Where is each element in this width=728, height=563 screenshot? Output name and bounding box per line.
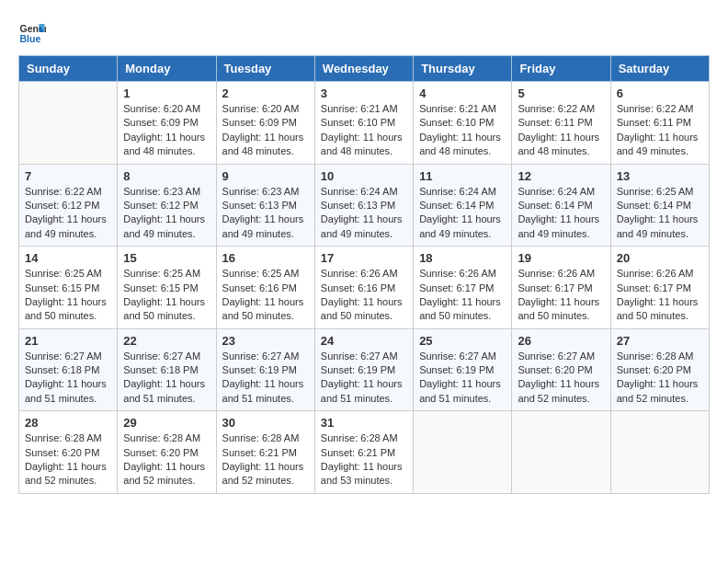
- day-info: Sunrise: 6:28 AMSunset: 6:20 PMDaylight:…: [617, 350, 703, 407]
- calendar-cell: 21 Sunrise: 6:27 AMSunset: 6:18 PMDaylig…: [19, 328, 118, 411]
- day-info: Sunrise: 6:28 AMSunset: 6:20 PMDaylight:…: [25, 431, 111, 488]
- calendar-header-row: SundayMondayTuesdayWednesdayThursdayFrid…: [19, 56, 710, 82]
- header-friday: Friday: [512, 56, 610, 82]
- day-number: 14: [25, 251, 111, 265]
- day-number: 22: [123, 334, 210, 348]
- day-number: 27: [617, 334, 703, 348]
- day-info: Sunrise: 6:25 AMSunset: 6:15 PMDaylight:…: [123, 267, 210, 324]
- calendar-cell: 8 Sunrise: 6:23 AMSunset: 6:12 PMDayligh…: [118, 164, 216, 247]
- calendar-cell: 11 Sunrise: 6:24 AMSunset: 6:14 PMDaylig…: [414, 164, 512, 247]
- day-info: Sunrise: 6:22 AMSunset: 6:11 PMDaylight:…: [617, 102, 703, 159]
- calendar-cell: [512, 411, 610, 494]
- day-info: Sunrise: 6:27 AMSunset: 6:19 PMDaylight:…: [321, 350, 407, 407]
- calendar-cell: 13 Sunrise: 6:25 AMSunset: 6:14 PMDaylig…: [610, 164, 709, 247]
- day-number: 19: [518, 251, 604, 265]
- day-info: Sunrise: 6:23 AMSunset: 6:12 PMDaylight:…: [123, 185, 210, 242]
- calendar-cell: 12 Sunrise: 6:24 AMSunset: 6:14 PMDaylig…: [512, 164, 610, 247]
- day-number: 30: [222, 416, 309, 430]
- day-number: 18: [419, 251, 506, 265]
- day-number: 28: [25, 416, 111, 430]
- day-number: 12: [518, 169, 604, 183]
- calendar-cell: 10 Sunrise: 6:24 AMSunset: 6:13 PMDaylig…: [314, 164, 413, 247]
- day-info: Sunrise: 6:28 AMSunset: 6:21 PMDaylight:…: [222, 431, 309, 488]
- calendar-cell: 29 Sunrise: 6:28 AMSunset: 6:20 PMDaylig…: [118, 411, 216, 494]
- calendar-cell: 19 Sunrise: 6:26 AMSunset: 6:17 PMDaylig…: [512, 247, 610, 329]
- calendar-cell: 5 Sunrise: 6:22 AMSunset: 6:11 PMDayligh…: [512, 82, 610, 165]
- calendar-week-row: 1 Sunrise: 6:20 AMSunset: 6:09 PMDayligh…: [19, 82, 710, 165]
- day-info: Sunrise: 6:25 AMSunset: 6:15 PMDaylight:…: [25, 267, 111, 324]
- day-number: 11: [419, 169, 506, 183]
- header-sunday: Sunday: [19, 56, 118, 82]
- calendar-cell: 28 Sunrise: 6:28 AMSunset: 6:20 PMDaylig…: [19, 411, 118, 494]
- calendar-cell: 22 Sunrise: 6:27 AMSunset: 6:18 PMDaylig…: [118, 328, 216, 411]
- calendar-cell: 18 Sunrise: 6:26 AMSunset: 6:17 PMDaylig…: [414, 247, 512, 329]
- calendar-cell: 1 Sunrise: 6:20 AMSunset: 6:09 PMDayligh…: [118, 82, 216, 165]
- calendar-cell: [414, 411, 512, 494]
- calendar-cell: 23 Sunrise: 6:27 AMSunset: 6:19 PMDaylig…: [216, 328, 314, 411]
- day-number: 5: [518, 86, 604, 100]
- header-thursday: Thursday: [414, 56, 512, 82]
- header-saturday: Saturday: [610, 56, 709, 82]
- day-number: 31: [321, 416, 407, 430]
- day-info: Sunrise: 6:21 AMSunset: 6:10 PMDaylight:…: [321, 102, 407, 159]
- day-info: Sunrise: 6:24 AMSunset: 6:13 PMDaylight:…: [321, 185, 407, 242]
- svg-text:Blue: Blue: [20, 33, 41, 44]
- calendar-cell: 2 Sunrise: 6:20 AMSunset: 6:09 PMDayligh…: [216, 82, 314, 165]
- day-info: Sunrise: 6:24 AMSunset: 6:14 PMDaylight:…: [518, 185, 604, 242]
- day-number: 20: [617, 251, 703, 265]
- day-number: 6: [617, 86, 703, 100]
- calendar-cell: 30 Sunrise: 6:28 AMSunset: 6:21 PMDaylig…: [216, 411, 314, 494]
- page-header: General Blue: [18, 18, 710, 46]
- day-number: 15: [123, 251, 210, 265]
- day-info: Sunrise: 6:26 AMSunset: 6:17 PMDaylight:…: [617, 267, 703, 324]
- calendar-cell: 6 Sunrise: 6:22 AMSunset: 6:11 PMDayligh…: [610, 82, 709, 165]
- day-info: Sunrise: 6:28 AMSunset: 6:21 PMDaylight:…: [321, 431, 407, 488]
- calendar-cell: 24 Sunrise: 6:27 AMSunset: 6:19 PMDaylig…: [314, 328, 413, 411]
- day-number: 4: [419, 86, 506, 100]
- header-monday: Monday: [118, 56, 216, 82]
- day-info: Sunrise: 6:28 AMSunset: 6:20 PMDaylight:…: [123, 431, 210, 488]
- day-info: Sunrise: 6:23 AMSunset: 6:13 PMDaylight:…: [222, 185, 309, 242]
- calendar-cell: 9 Sunrise: 6:23 AMSunset: 6:13 PMDayligh…: [216, 164, 314, 247]
- header-tuesday: Tuesday: [216, 56, 314, 82]
- day-info: Sunrise: 6:22 AMSunset: 6:11 PMDaylight:…: [518, 102, 604, 159]
- day-number: 29: [123, 416, 210, 430]
- calendar-cell: [19, 82, 118, 165]
- day-info: Sunrise: 6:26 AMSunset: 6:16 PMDaylight:…: [321, 267, 407, 324]
- day-info: Sunrise: 6:27 AMSunset: 6:18 PMDaylight:…: [25, 350, 111, 407]
- day-info: Sunrise: 6:27 AMSunset: 6:19 PMDaylight:…: [222, 350, 309, 407]
- day-number: 17: [321, 251, 407, 265]
- day-info: Sunrise: 6:20 AMSunset: 6:09 PMDaylight:…: [222, 102, 309, 159]
- calendar-cell: 3 Sunrise: 6:21 AMSunset: 6:10 PMDayligh…: [314, 82, 413, 165]
- day-info: Sunrise: 6:24 AMSunset: 6:14 PMDaylight:…: [419, 185, 506, 242]
- day-info: Sunrise: 6:26 AMSunset: 6:17 PMDaylight:…: [518, 267, 604, 324]
- day-info: Sunrise: 6:27 AMSunset: 6:20 PMDaylight:…: [518, 350, 604, 407]
- logo-icon: General Blue: [18, 18, 46, 46]
- calendar-week-row: 14 Sunrise: 6:25 AMSunset: 6:15 PMDaylig…: [19, 247, 710, 329]
- calendar-cell: 7 Sunrise: 6:22 AMSunset: 6:12 PMDayligh…: [19, 164, 118, 247]
- calendar-table: SundayMondayTuesdayWednesdayThursdayFrid…: [18, 55, 710, 494]
- calendar-cell: 31 Sunrise: 6:28 AMSunset: 6:21 PMDaylig…: [314, 411, 413, 494]
- calendar-cell: 26 Sunrise: 6:27 AMSunset: 6:20 PMDaylig…: [512, 328, 610, 411]
- day-info: Sunrise: 6:25 AMSunset: 6:14 PMDaylight:…: [617, 185, 703, 242]
- calendar-cell: 20 Sunrise: 6:26 AMSunset: 6:17 PMDaylig…: [610, 247, 709, 329]
- day-number: 9: [222, 169, 309, 183]
- day-number: 13: [617, 169, 703, 183]
- day-info: Sunrise: 6:21 AMSunset: 6:10 PMDaylight:…: [419, 102, 506, 159]
- day-info: Sunrise: 6:22 AMSunset: 6:12 PMDaylight:…: [25, 185, 111, 242]
- day-info: Sunrise: 6:27 AMSunset: 6:19 PMDaylight:…: [419, 350, 506, 407]
- day-info: Sunrise: 6:26 AMSunset: 6:17 PMDaylight:…: [419, 267, 506, 324]
- day-number: 2: [222, 86, 309, 100]
- day-number: 24: [321, 334, 407, 348]
- day-number: 16: [222, 251, 309, 265]
- calendar-cell: 25 Sunrise: 6:27 AMSunset: 6:19 PMDaylig…: [414, 328, 512, 411]
- calendar-cell: 16 Sunrise: 6:25 AMSunset: 6:16 PMDaylig…: [216, 247, 314, 329]
- day-info: Sunrise: 6:20 AMSunset: 6:09 PMDaylight:…: [123, 102, 210, 159]
- day-number: 8: [123, 169, 210, 183]
- day-number: 23: [222, 334, 309, 348]
- day-number: 25: [419, 334, 506, 348]
- day-number: 7: [25, 169, 111, 183]
- calendar-week-row: 7 Sunrise: 6:22 AMSunset: 6:12 PMDayligh…: [19, 164, 710, 247]
- calendar-week-row: 28 Sunrise: 6:28 AMSunset: 6:20 PMDaylig…: [19, 411, 710, 494]
- calendar-week-row: 21 Sunrise: 6:27 AMSunset: 6:18 PMDaylig…: [19, 328, 710, 411]
